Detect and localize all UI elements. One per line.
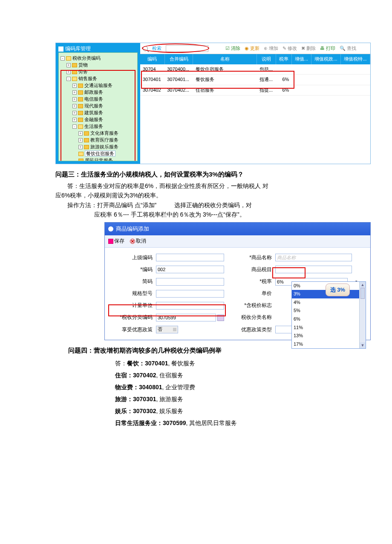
tree-transport[interactable]: 交通运输服务	[84, 83, 112, 88]
col-desc[interactable]: 说明	[257, 54, 276, 64]
scroll-thumb[interactable]	[360, 288, 365, 299]
chevron-down-icon	[173, 328, 176, 331]
label-taxcat: *税收分类编码	[109, 313, 156, 321]
dialog-titlebar: 商品编码添加	[105, 223, 370, 236]
label-code: *编码	[109, 266, 156, 274]
col-vat[interactable]: 增值...	[291, 54, 311, 64]
tree-telecom[interactable]: 电信服务	[84, 96, 103, 101]
tree-sales-service[interactable]: 销售服务	[78, 76, 97, 81]
col-name[interactable]: 名称	[193, 54, 257, 64]
col-code[interactable]: 编码	[140, 54, 164, 64]
scroll-up-icon[interactable]: ▲	[360, 282, 366, 288]
sidebar-icon	[58, 46, 63, 52]
tree-postal[interactable]: 邮政服务	[84, 90, 103, 95]
rate-option[interactable]: 17%	[292, 340, 366, 349]
input-short[interactable]	[156, 278, 224, 286]
input-unit[interactable]	[156, 302, 224, 310]
main-toolbar: 检索 ☑ 清除 ◉ 更新 ⊕ 增加 ✎ 修改 ✖ 删除 🖶 打印 🔍 查找	[140, 43, 370, 54]
sidebar-title-text: 编码库管理	[65, 45, 91, 53]
print-button[interactable]: 🖶 打印	[320, 45, 335, 52]
tree-construction[interactable]: 建筑服务	[84, 110, 103, 115]
find-button[interactable]: 🔍 查找	[340, 45, 356, 52]
tree-life-service[interactable]: 生活服务	[84, 124, 103, 129]
select-discount[interactable]: 否	[156, 326, 178, 333]
label-spec: 规格型号	[109, 289, 156, 298]
dialog-icon	[108, 226, 113, 231]
edit-button[interactable]: ✎ 修改	[282, 45, 297, 52]
input-item[interactable]	[275, 266, 352, 273]
label-discount: 享受优惠政策	[109, 326, 156, 334]
q3-answer-line2: 应6%税率，小规模则需设为3%的税率。	[55, 191, 366, 200]
delete-button[interactable]: ✖ 删除	[301, 45, 316, 52]
input-parent[interactable]	[156, 254, 224, 261]
table-row[interactable]: 30704023070402...住宿服务指提...6%	[140, 85, 370, 95]
rate-option[interactable]: 4%	[292, 298, 366, 307]
code-library-app: 编码库管理 -税收分类编码 +货物 +劳务 -销售服务 +交通运输服务 +邮政服…	[55, 43, 371, 164]
refresh-button[interactable]: ◉ 更新	[245, 45, 259, 52]
tree-panel: -税收分类编码 +货物 +劳务 -销售服务 +交通运输服务 +邮政服务 +电信服…	[58, 52, 138, 161]
main-panel: 检索 ☑ 清除 ◉ 更新 ⊕ 增加 ✎ 修改 ✖ 删除 🖶 打印 🔍 查找 编码…	[140, 43, 370, 164]
category-tree[interactable]: -税收分类编码 +货物 +劳务 -销售服务 +交通运输服务 +邮政服务 +电信服…	[59, 53, 137, 161]
rate-option[interactable]: 5%	[292, 307, 366, 315]
tree-finance[interactable]: 金融服务	[84, 117, 103, 122]
table-row[interactable]: 30704013070401...餐饮服务指通...6%	[140, 75, 370, 85]
table-row[interactable]: 307043070400...餐饮住宿服务包括...	[140, 64, 370, 75]
label-name: *商品名称	[224, 254, 275, 262]
tree-edu-med[interactable]: 教育医疗服务	[90, 137, 118, 142]
save-button[interactable]: 保存	[114, 238, 124, 244]
tree-catering-lodging[interactable]: 餐饮住宿服务	[85, 150, 115, 156]
q3-method-line1: 操作方法：打开商品编码 点“添加”选择正确的税收分类编码，对	[55, 200, 366, 210]
clear-button[interactable]: ☑ 清除	[225, 45, 240, 52]
col-merge[interactable]: 合并编码	[164, 54, 193, 64]
q3-answer-line1: 答：生活服务业对应的税率是6%，而根据企业性质有所区分，一般纳税人 对	[55, 181, 366, 191]
tree-labor[interactable]: 劳务	[78, 69, 88, 74]
tree-culture-sport[interactable]: 文化体育服务	[90, 130, 118, 136]
search-label: 检索	[152, 45, 161, 52]
label-rate: *税率	[224, 278, 275, 286]
save-icon	[108, 239, 113, 244]
col-vatpol[interactable]: 增值税政...	[311, 54, 340, 64]
input-code[interactable]	[156, 266, 224, 273]
label-item: 商品税目	[224, 266, 275, 274]
input-taxcat[interactable]	[156, 314, 216, 321]
cancel-icon	[130, 239, 135, 244]
dropdown-scrollbar[interactable]: ▲ ▼	[359, 282, 366, 349]
col-rate[interactable]: 税率	[276, 54, 291, 64]
dialog-toolbar: 保存 取消	[105, 235, 370, 247]
q3-title: 问题三：生活服务业的小规模纳税人，如何设置税率为3%的编码？	[55, 169, 366, 179]
scroll-down-icon[interactable]: ▼	[360, 342, 366, 348]
tree-root[interactable]: 税收分类编码	[72, 55, 101, 61]
cancel-button[interactable]: 取消	[136, 238, 146, 244]
search-input[interactable]	[166, 45, 208, 52]
tree-travel-ent[interactable]: 旅游娱乐服务	[90, 144, 118, 149]
results-table: 编码 合并编码 名称 说明 税率 增值... 增值税政... 增值税特... 3…	[140, 54, 370, 95]
tree-daily-life[interactable]: 居民日常服务	[85, 158, 113, 161]
col-vatsp[interactable]: 增值税特...	[340, 54, 370, 64]
label-taxcatname: 税收分类名称	[224, 313, 275, 321]
label-short: 简码	[109, 278, 156, 286]
input-spec[interactable]	[156, 290, 224, 298]
label-price: 单价	[224, 289, 275, 298]
rate-option[interactable]: 11%	[292, 324, 366, 332]
label-parent: 上级编码	[109, 254, 156, 262]
label-distype: 优惠政策类型	[224, 326, 275, 334]
label-incl: *含税价标志	[224, 301, 275, 310]
lookup-button[interactable]	[217, 315, 224, 321]
search-icon	[143, 46, 148, 51]
rate-option[interactable]: 13%	[292, 332, 366, 340]
sidebar: 编码库管理 -税收分类编码 +货物 +劳务 -销售服务 +交通运输服务 +邮政服…	[56, 43, 140, 164]
tree-goods[interactable]: 货物	[78, 62, 88, 67]
input-name[interactable]: 商品名称	[275, 254, 352, 261]
callout-select-3pct: 选 3%	[326, 284, 350, 297]
q3-method-line2: 应税率 6％--- 手工将税率栏中的 6％改为 3%---点“保存”。	[55, 210, 366, 219]
add-button[interactable]: ⊕ 增加	[264, 45, 278, 52]
q4-answers: 答：餐饮：3070401, 餐饮服务 住宿：3070402, 住宿服务 物业费：…	[55, 357, 366, 429]
product-code-add-dialog: 商品编码添加 保存 取消 上级编码 *商品名称商品名称 *编码 商品税目 简码 …	[104, 222, 371, 340]
rate-option[interactable]: 6%	[292, 315, 366, 324]
label-unit: 计量单位	[109, 301, 156, 310]
tree-modern[interactable]: 现代服务	[84, 103, 103, 108]
dialog-title: 商品编码添加	[116, 225, 149, 234]
